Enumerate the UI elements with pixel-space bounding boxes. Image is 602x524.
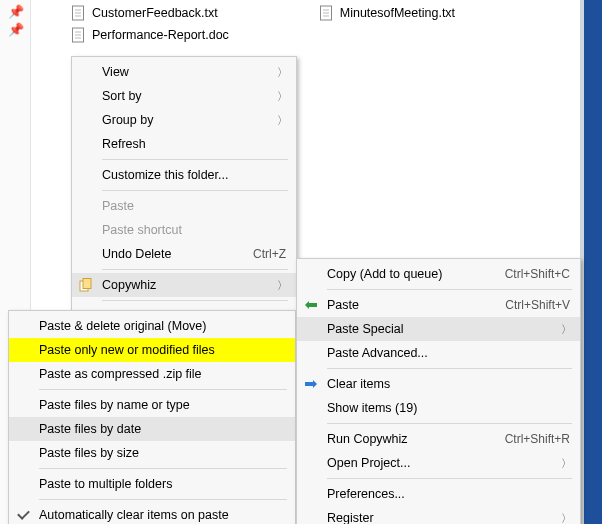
chevron-right-icon: 〉 bbox=[277, 113, 288, 128]
menu-undo[interactable]: Undo DeleteCtrl+Z bbox=[72, 242, 296, 266]
menu-separator bbox=[39, 499, 287, 500]
menu-copywhiz[interactable]: Copywhiz〉 bbox=[72, 273, 296, 297]
menu-register[interactable]: Register〉 bbox=[297, 506, 580, 524]
menu-separator bbox=[39, 468, 287, 469]
file-name: Performance-Report.doc bbox=[92, 26, 229, 44]
menu-paste-by-date[interactable]: Paste files by date bbox=[9, 417, 295, 441]
menu-paste-by-size[interactable]: Paste files by size bbox=[9, 441, 295, 465]
chevron-right-icon: 〉 bbox=[277, 65, 288, 80]
menu-open-project[interactable]: Open Project...〉 bbox=[297, 451, 580, 475]
clear-icon bbox=[303, 380, 319, 388]
chevron-right-icon: 〉 bbox=[277, 278, 288, 293]
menu-separator bbox=[327, 423, 572, 424]
doc-file-icon bbox=[70, 27, 86, 43]
menu-separator bbox=[327, 289, 572, 290]
menu-preferences[interactable]: Preferences... bbox=[297, 482, 580, 506]
menu-copy-queue[interactable]: Copy (Add to queue)Ctrl+Shift+C bbox=[297, 262, 580, 286]
menu-group[interactable]: Group by〉 bbox=[72, 108, 296, 132]
file-item[interactable]: Performance-Report.doc bbox=[70, 26, 229, 44]
menu-separator bbox=[102, 269, 288, 270]
menu-cw-paste[interactable]: PasteCtrl+Shift+V bbox=[297, 293, 580, 317]
paste-special-submenu: Paste & delete original (Move) Paste onl… bbox=[8, 310, 296, 524]
menu-paste: Paste bbox=[72, 194, 296, 218]
menu-view[interactable]: View〉 bbox=[72, 60, 296, 84]
menu-paste-only-new[interactable]: Paste only new or modified files bbox=[9, 338, 295, 362]
menu-separator bbox=[102, 159, 288, 160]
menu-clear-items[interactable]: Clear items bbox=[297, 372, 580, 396]
chevron-right-icon: 〉 bbox=[277, 89, 288, 104]
text-file-icon bbox=[70, 5, 86, 21]
menu-sort[interactable]: Sort by〉 bbox=[72, 84, 296, 108]
menu-paste-zip[interactable]: Paste as compressed .zip file bbox=[9, 362, 295, 386]
menu-show-items[interactable]: Show items (19) bbox=[297, 396, 580, 420]
window-edge bbox=[580, 0, 602, 524]
menu-separator bbox=[102, 190, 288, 191]
menu-customize[interactable]: Customize this folder... bbox=[72, 163, 296, 187]
file-item[interactable]: CustomerFeedback.txt bbox=[70, 4, 218, 22]
svg-rect-13 bbox=[83, 279, 91, 289]
menu-auto-clear[interactable]: Automatically clear items on paste bbox=[9, 503, 295, 524]
file-name: MinutesofMeeting.txt bbox=[340, 4, 455, 22]
chevron-right-icon: 〉 bbox=[561, 456, 572, 471]
pin-icon: 📌 bbox=[8, 4, 24, 19]
pin-icon: 📌 bbox=[8, 22, 24, 37]
file-name: CustomerFeedback.txt bbox=[92, 4, 218, 22]
chevron-right-icon: 〉 bbox=[561, 322, 572, 337]
menu-paste-by-name[interactable]: Paste files by name or type bbox=[9, 393, 295, 417]
menu-paste-shortcut: Paste shortcut bbox=[72, 218, 296, 242]
menu-paste-advanced[interactable]: Paste Advanced... bbox=[297, 341, 580, 365]
copywhiz-submenu: Copy (Add to queue)Ctrl+Shift+C PasteCtr… bbox=[296, 258, 581, 524]
context-menu: View〉 Sort by〉 Group by〉 Refresh Customi… bbox=[71, 56, 297, 332]
text-file-icon bbox=[318, 5, 334, 21]
menu-run-copywhiz[interactable]: Run CopywhizCtrl+Shift+R bbox=[297, 427, 580, 451]
menu-paste-multiple[interactable]: Paste to multiple folders bbox=[9, 472, 295, 496]
menu-refresh[interactable]: Refresh bbox=[72, 132, 296, 156]
menu-paste-special[interactable]: Paste Special〉 bbox=[297, 317, 580, 341]
paste-icon bbox=[303, 300, 319, 310]
menu-separator bbox=[39, 389, 287, 390]
file-item[interactable]: MinutesofMeeting.txt bbox=[318, 4, 455, 22]
menu-paste-delete-original[interactable]: Paste & delete original (Move) bbox=[9, 314, 295, 338]
chevron-right-icon: 〉 bbox=[561, 511, 572, 525]
menu-separator bbox=[327, 478, 572, 479]
menu-separator bbox=[327, 368, 572, 369]
copywhiz-icon bbox=[78, 278, 94, 292]
menu-separator bbox=[102, 300, 288, 301]
